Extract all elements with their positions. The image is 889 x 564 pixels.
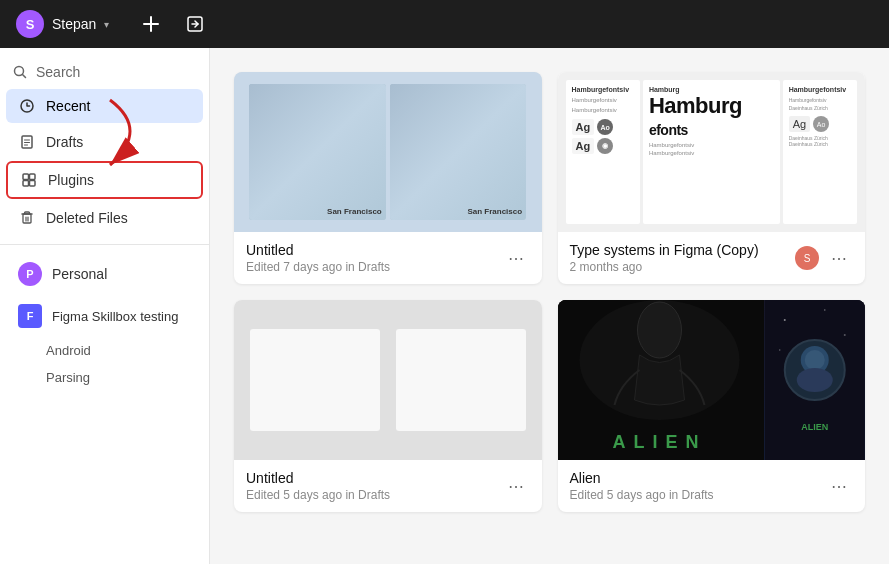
personal-section[interactable]: P Personal (6, 254, 203, 294)
svg-point-30 (796, 368, 832, 392)
drafts-icon (18, 133, 36, 151)
svg-rect-12 (30, 174, 36, 180)
astronaut-svg: ALIEN (764, 300, 866, 460)
file-user-avatar: S (795, 246, 819, 270)
file-card-type-systems[interactable]: Hamburgefontsiv HamburgefontsivHamburgef… (558, 72, 866, 284)
svg-point-20 (637, 302, 681, 358)
import-icon (185, 14, 205, 34)
search-icon (12, 64, 28, 80)
file-date-untitled-2: Edited 5 days ago in Drafts (246, 488, 502, 502)
blank-panel-right (396, 329, 526, 431)
trash-icon (18, 209, 36, 227)
file-info-untitled-1: Untitled Edited 7 days ago in Drafts ⋯ (234, 232, 542, 284)
personal-avatar: P (18, 262, 42, 286)
svg-line-5 (23, 75, 26, 78)
deleted-label: Deleted Files (46, 210, 128, 226)
drafts-label: Drafts (46, 134, 83, 150)
user-name-label: Stepan (52, 16, 96, 32)
svg-point-25 (843, 334, 845, 336)
file-meta-untitled-1: Untitled Edited 7 days ago in Drafts (246, 242, 502, 274)
type-col-3: Hamburgefontsiv HamburgefontsivDaeinhaus… (783, 80, 857, 224)
sidebar-divider (0, 244, 209, 245)
android-label: Android (46, 343, 91, 358)
sidebar: Search Recent Drafts (0, 48, 210, 564)
svg-text:ALIEN: ALIEN (612, 432, 706, 452)
parsing-label: Parsing (46, 370, 90, 385)
file-card-alien[interactable]: ALIEN (558, 300, 866, 512)
alien-scene-svg: ALIEN (558, 300, 761, 460)
svg-point-23 (783, 319, 785, 321)
file-info-alien: Alien Edited 5 days ago in Drafts ⋯ (558, 460, 866, 512)
sidebar-item-deleted[interactable]: Deleted Files (6, 201, 203, 235)
user-menu[interactable]: S Stepan ▾ (16, 10, 109, 38)
files-grid: San Francisco San Francisco Untitled Edi… (234, 72, 865, 512)
file-more-button-alien[interactable]: ⋯ (825, 472, 853, 500)
file-meta-type-systems: Type systems in Figma (Copy) 2 months ag… (570, 242, 796, 274)
file-date-untitled-1: Edited 7 days ago in Drafts (246, 260, 502, 274)
plugins-icon (20, 171, 38, 189)
svg-rect-13 (23, 181, 29, 187)
svg-rect-15 (23, 214, 31, 223)
file-name-untitled-1: Untitled (246, 242, 502, 258)
file-meta-alien: Alien Edited 5 days ago in Drafts (570, 470, 826, 502)
svg-rect-14 (30, 181, 36, 187)
user-chevron-icon: ▾ (104, 19, 109, 30)
alien-side-panel: ALIEN (764, 300, 866, 460)
file-name-untitled-2: Untitled (246, 470, 502, 486)
sidebar-item-drafts[interactable]: Drafts (6, 125, 203, 159)
file-info-untitled-2: Untitled Edited 5 days ago in Drafts ⋯ (234, 460, 542, 512)
file-thumbnail-blank (234, 300, 542, 460)
svg-rect-11 (23, 174, 29, 180)
file-name-alien: Alien (570, 470, 826, 486)
team-section[interactable]: F Figma Skillbox testing (6, 296, 203, 336)
file-more-button-untitled-1[interactable]: ⋯ (502, 244, 530, 272)
file-name-type-systems: Type systems in Figma (Copy) (570, 242, 796, 258)
new-file-button[interactable] (137, 10, 165, 38)
type-card-actions: S ⋯ (795, 244, 853, 272)
file-info-type-systems: Type systems in Figma (Copy) 2 months ag… (558, 232, 866, 284)
personal-label: Personal (52, 266, 107, 282)
svg-point-29 (804, 350, 824, 370)
search-label: Search (36, 64, 80, 80)
sidebar-item-recent[interactable]: Recent (6, 89, 203, 123)
file-thumbnail-map: San Francisco San Francisco (234, 72, 542, 232)
blank-panel-left (250, 329, 380, 431)
recent-icon (18, 97, 36, 115)
recent-label: Recent (46, 98, 90, 114)
file-more-button-untitled-2[interactable]: ⋯ (502, 472, 530, 500)
import-button[interactable] (181, 10, 209, 38)
team-avatar: F (18, 304, 42, 328)
file-thumbnail-typography: Hamburgefontsiv HamburgefontsivHamburgef… (558, 72, 866, 232)
svg-point-26 (779, 349, 780, 350)
plugins-label: Plugins (48, 172, 94, 188)
file-more-button-type-systems[interactable]: ⋯ (825, 244, 853, 272)
team-name-label: Figma Skillbox testing (52, 309, 178, 324)
file-meta-untitled-2: Untitled Edited 5 days ago in Drafts (246, 470, 502, 502)
file-card-untitled-1[interactable]: San Francisco San Francisco Untitled Edi… (234, 72, 542, 284)
main-content: San Francisco San Francisco Untitled Edi… (210, 48, 889, 564)
type-col-2: Hamburg Hamburgefonts HamburgefontsivHam… (643, 80, 780, 224)
user-avatar: S (16, 10, 44, 38)
sidebar-sub-parsing[interactable]: Parsing (0, 364, 209, 391)
file-thumbnail-alien: ALIEN (558, 300, 866, 460)
alien-main-panel: ALIEN (558, 300, 761, 460)
plus-icon (141, 14, 161, 34)
svg-point-24 (823, 309, 825, 311)
file-card-untitled-2[interactable]: Untitled Edited 5 days ago in Drafts ⋯ (234, 300, 542, 512)
search-button[interactable]: Search (0, 56, 209, 88)
svg-text:ALIEN: ALIEN (801, 422, 828, 432)
sidebar-sub-android[interactable]: Android (0, 337, 209, 364)
file-date-alien: Edited 5 days ago in Drafts (570, 488, 826, 502)
layout: Search Recent Drafts (0, 48, 889, 564)
sidebar-item-plugins[interactable]: Plugins (6, 161, 203, 199)
topbar: S Stepan ▾ (0, 0, 889, 48)
topbar-actions (137, 10, 209, 38)
file-date-type-systems: 2 months ago (570, 260, 796, 274)
type-col-1: Hamburgefontsiv HamburgefontsivHamburgef… (566, 80, 640, 224)
